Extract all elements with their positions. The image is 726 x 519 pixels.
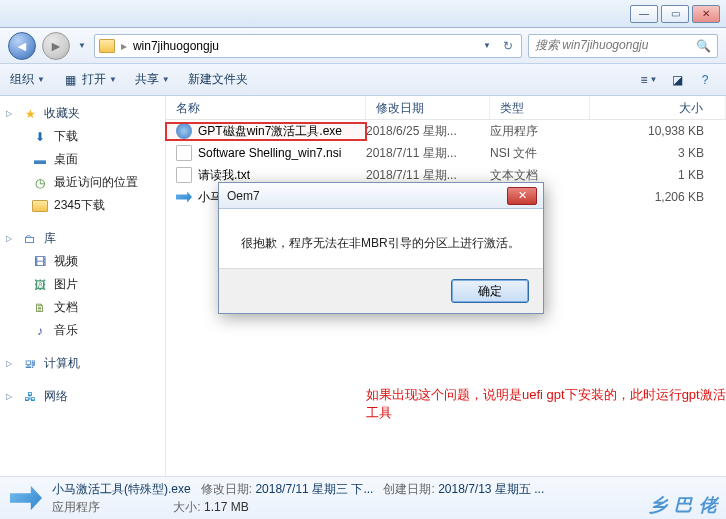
toolbar: 组织▼ ▦打开▼ 共享▼ 新建文件夹 ≡▼ ◪ ?: [0, 64, 726, 96]
video-icon: 🎞: [32, 255, 48, 269]
breadcrumb-folder[interactable]: win7jihuogongju: [133, 39, 219, 53]
help-button[interactable]: ?: [694, 70, 716, 90]
navigation-pane: ▷★收藏夹 ⬇下载 ▬桌面 ◷最近访问的位置 2345下载 ▷🗀库 🎞视频 🖼图…: [0, 96, 166, 476]
column-headers[interactable]: 名称 修改日期 类型 大小: [166, 96, 726, 120]
music-icon: ♪: [32, 324, 48, 338]
library-icon: 🗀: [22, 232, 38, 246]
address-bar-row: ◄ ► ▼ ▸ win7jihuogongju ▼ ↻ 搜索 win7jihuo…: [0, 28, 726, 64]
annotation-text: 如果出现这个问题，说明是uefi gpt下安装的，此时运行gpt激活工具: [366, 386, 726, 422]
dialog-close-button[interactable]: ✕: [507, 187, 537, 205]
file-thumbnail-icon: [10, 482, 42, 514]
network-header[interactable]: ▷🖧网络: [4, 385, 161, 408]
sidebar-item-download[interactable]: ⬇下载: [4, 125, 161, 148]
column-size[interactable]: 大小: [590, 96, 726, 119]
nav-back-button[interactable]: ◄: [8, 32, 36, 60]
nav-history-dropdown[interactable]: ▼: [76, 41, 88, 50]
window-titlebar: — ▭ ✕: [0, 0, 726, 28]
open-icon: ▦: [63, 73, 79, 87]
download-icon: ⬇: [32, 130, 48, 144]
dialog-title: Oem7: [227, 189, 260, 203]
search-input[interactable]: 搜索 win7jihuogongju 🔍: [528, 34, 718, 58]
view-options-button[interactable]: ≡▼: [638, 70, 660, 90]
details-filename: 小马激活工具(特殊型).exe: [52, 482, 191, 496]
favorites-header[interactable]: ▷★收藏夹: [4, 102, 161, 125]
txt-icon: [176, 167, 192, 183]
star-icon: ★: [22, 107, 38, 121]
folder-icon: [32, 200, 48, 212]
exe-icon: [176, 123, 192, 139]
column-name[interactable]: 名称: [166, 96, 366, 119]
sidebar-item-pictures[interactable]: 🖼图片: [4, 273, 161, 296]
close-button[interactable]: ✕: [692, 5, 720, 23]
maximize-button[interactable]: ▭: [661, 5, 689, 23]
sidebar-item-recent[interactable]: ◷最近访问的位置: [4, 171, 161, 194]
sidebar-item-music[interactable]: ♪音乐: [4, 319, 161, 342]
error-dialog: Oem7 ✕ 很抱歉，程序无法在非MBR引导的分区上进行激活。 确定: [218, 182, 544, 314]
sidebar-item-documents[interactable]: 🗎文档: [4, 296, 161, 319]
details-pane: 小马激活工具(特殊型).exe 修改日期: 2018/7/11 星期三 下...…: [0, 476, 726, 519]
minimize-button[interactable]: —: [630, 5, 658, 23]
watermark-text: 乡 巴 佬: [649, 493, 718, 517]
organize-menu[interactable]: 组织▼: [10, 71, 45, 88]
open-menu[interactable]: ▦打开▼: [63, 71, 117, 88]
search-icon: 🔍: [696, 39, 711, 53]
new-folder-button[interactable]: 新建文件夹: [188, 71, 248, 88]
column-date[interactable]: 修改日期: [366, 96, 490, 119]
network-icon: 🖧: [22, 390, 38, 404]
exe-icon: [176, 189, 192, 205]
sidebar-item-2345download[interactable]: 2345下载: [4, 194, 161, 217]
sidebar-item-desktop[interactable]: ▬桌面: [4, 148, 161, 171]
breadcrumb-separator-icon: ▸: [121, 39, 127, 53]
dialog-message: 很抱歉，程序无法在非MBR引导的分区上进行激活。: [219, 209, 543, 268]
column-type[interactable]: 类型: [490, 96, 590, 119]
dialog-titlebar[interactable]: Oem7 ✕: [219, 183, 543, 209]
file-row[interactable]: GPT磁盘win7激活工具.exe 2018/6/25 星期... 应用程序 1…: [166, 120, 726, 142]
nsi-icon: [176, 145, 192, 161]
refresh-icon[interactable]: ↻: [499, 39, 517, 53]
preview-pane-button[interactable]: ◪: [666, 70, 688, 90]
address-bar[interactable]: ▸ win7jihuogongju ▼ ↻: [94, 34, 522, 58]
nav-forward-button[interactable]: ►: [42, 32, 70, 60]
computer-icon: 🖳: [22, 357, 38, 371]
file-row[interactable]: Software Shelling_win7.nsi 2018/7/11 星期.…: [166, 142, 726, 164]
computer-header[interactable]: ▷🖳计算机: [4, 352, 161, 375]
picture-icon: 🖼: [32, 278, 48, 292]
details-type: 应用程序: [52, 500, 100, 514]
desktop-icon: ▬: [32, 153, 48, 167]
sidebar-item-videos[interactable]: 🎞视频: [4, 250, 161, 273]
document-icon: 🗎: [32, 301, 48, 315]
recent-icon: ◷: [32, 176, 48, 190]
dialog-ok-button[interactable]: 确定: [451, 279, 529, 303]
folder-icon: [99, 39, 115, 53]
search-placeholder: 搜索 win7jihuogongju: [535, 37, 648, 54]
address-dropdown-icon[interactable]: ▼: [481, 41, 493, 50]
share-menu[interactable]: 共享▼: [135, 71, 170, 88]
libraries-header[interactable]: ▷🗀库: [4, 227, 161, 250]
